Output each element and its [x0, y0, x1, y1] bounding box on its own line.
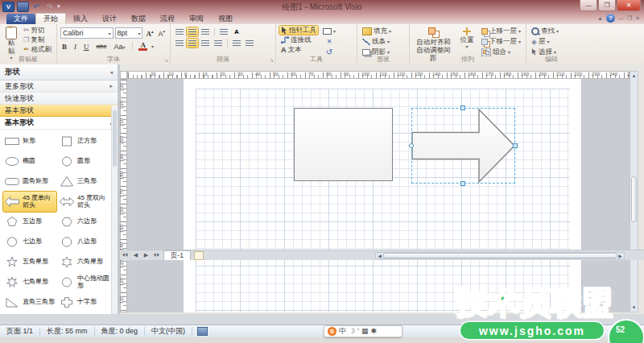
italic-button[interactable]: I	[72, 43, 78, 51]
stencil-item[interactable]: 正方形	[58, 131, 111, 151]
close-button[interactable]: ✕	[617, 0, 641, 11]
scroll-down-arrow-icon[interactable]: ▼	[630, 304, 638, 312]
stencil-scrollbar[interactable]	[111, 105, 118, 314]
connection-point-left[interactable]	[409, 143, 414, 148]
tab-开始[interactable]: 开始	[35, 13, 66, 24]
collapse-ribbon-icon[interactable]: ▲	[597, 15, 603, 21]
send-backward-button[interactable]: 下移一层▾	[480, 37, 522, 46]
next-page-button[interactable]: ▶	[141, 252, 151, 258]
justify-button[interactable]	[213, 39, 224, 48]
stencil-item[interactable]: 45 度双向箭头	[58, 192, 111, 212]
page-tab[interactable]: 页-1	[163, 250, 191, 260]
stencil-item[interactable]: 七角星形	[3, 272, 56, 292]
rectangle-shape[interactable]	[294, 108, 393, 181]
horizontal-scrollbar[interactable]: ◀ ▶	[375, 252, 625, 259]
prev-page-button[interactable]: ◀	[130, 252, 141, 258]
doc-close-button[interactable]: ✕	[635, 15, 640, 22]
increase-indent-button[interactable]	[244, 39, 255, 48]
stencil-item[interactable]: 椭圆	[3, 151, 56, 172]
change-case-button[interactable]: Aa▾	[112, 43, 126, 51]
stencil-scroll-thumb[interactable]	[113, 110, 117, 167]
stencil-item[interactable]: 圆角矩形	[3, 172, 56, 192]
vertical-scroll-thumb[interactable]	[631, 176, 637, 222]
stencil-item[interactable]: 阴影框	[3, 312, 56, 314]
help-icon[interactable]: ?	[606, 14, 615, 23]
format-painter-button[interactable]: ✒ 格式刷	[22, 45, 53, 54]
doc-minimize-button[interactable]: —	[618, 15, 624, 21]
align-top-button[interactable]	[174, 27, 185, 36]
rectangle-tool-button[interactable]: ▾	[321, 27, 337, 35]
input-mode-chinese-icon[interactable]: 中	[339, 328, 346, 335]
stencil-item[interactable]: 矩形	[3, 131, 56, 151]
tab-流程[interactable]: 流程	[153, 14, 182, 24]
align-center-button[interactable]	[187, 39, 198, 48]
align-right-button[interactable]	[200, 39, 211, 48]
tab-file[interactable]: 文件	[6, 14, 35, 24]
tab-插入[interactable]: 插入	[66, 14, 95, 24]
collapse-panel-icon[interactable]: ◂	[109, 69, 113, 76]
status-language[interactable]: 中文(中国)	[145, 327, 192, 336]
font-size-select[interactable]: 8pt ▾	[115, 27, 143, 39]
scroll-right-arrow-icon[interactable]: ▶	[617, 253, 624, 258]
text-tool-button[interactable]: A 文本	[279, 45, 318, 54]
stencil-item[interactable]: 45 度单向箭头	[3, 192, 56, 212]
paragraph-dialog-launcher-icon[interactable]: ↘	[269, 57, 274, 64]
connection-point-tool-button[interactable]: ✕	[325, 37, 334, 46]
tab-视图[interactable]: 视图	[211, 14, 240, 24]
last-page-button[interactable]: ⏵⏵	[151, 252, 162, 258]
strikethrough-button[interactable]: abc	[95, 43, 109, 50]
stencil-item[interactable]: 五边形	[3, 212, 56, 232]
font-color-button[interactable]: A	[138, 42, 147, 51]
decrease-indent-button[interactable]	[231, 39, 242, 48]
pointer-tool-button[interactable]: 指针工具	[279, 26, 318, 35]
copy-button[interactable]: ❐ 复制	[22, 35, 53, 44]
align-middle-button[interactable]	[187, 27, 198, 36]
horizontal-scroll-thumb[interactable]	[383, 253, 617, 258]
bullets-button[interactable]	[218, 27, 229, 36]
tab-数据[interactable]: 数据	[124, 14, 153, 24]
basic-shapes-stencil-tab[interactable]: 基本形状	[0, 105, 118, 117]
scroll-left-arrow-icon[interactable]: ◀	[376, 253, 383, 258]
stencil-item[interactable]: 七边形	[3, 232, 56, 252]
font-color-caret-icon[interactable]: ▾	[151, 43, 154, 49]
more-shapes-row[interactable]: 更多形状 ▸	[0, 81, 118, 93]
stencil-item[interactable]: 直角三角形	[3, 292, 56, 312]
align-left-button[interactable]	[174, 39, 185, 48]
restore-button[interactable]: ❐	[598, 0, 616, 11]
first-page-button[interactable]: ⏴⏴	[120, 252, 130, 258]
selection-handle-right[interactable]	[513, 143, 518, 148]
bring-forward-button[interactable]: 上移一层▾	[480, 27, 522, 35]
stencil-item[interactable]: 五角星形	[3, 252, 56, 272]
selection-handle-top[interactable]	[460, 105, 465, 110]
toolbox-icon[interactable]: ✱	[371, 328, 378, 335]
stencil-item[interactable]: 中心拖动圆形	[58, 272, 111, 292]
punctuation-icon[interactable]: ’	[357, 328, 359, 335]
stencil-item[interactable]: 三角形	[58, 172, 111, 192]
stencil-item[interactable]: 八边形	[58, 232, 111, 252]
layers-button[interactable]: ◈ 层▾	[530, 37, 573, 46]
stencil-item[interactable]: 六边形	[58, 212, 111, 232]
half-full-width-moon-icon[interactable]: ☽	[349, 328, 355, 335]
stencil-item[interactable]: 三维框	[58, 312, 111, 314]
status-angle[interactable]: 角度: 0 deg	[95, 327, 146, 336]
font-family-select[interactable]: Calibri ▾	[60, 27, 114, 39]
connector-tool-button[interactable]: 连接线	[279, 35, 318, 44]
grow-font-button[interactable]: A▴	[144, 29, 155, 38]
line-button[interactable]: 线条▾	[361, 37, 406, 46]
status-page[interactable]: 页面 1/1	[0, 327, 40, 336]
stencil-item[interactable]: 圆形	[58, 151, 111, 172]
tab-审阅[interactable]: 审阅	[182, 14, 211, 24]
underline-button[interactable]: U	[82, 43, 91, 51]
quick-shapes-row[interactable]: 快速形状	[0, 93, 118, 105]
insert-page-button[interactable]	[194, 251, 204, 260]
soft-keyboard-icon[interactable]: ▦	[361, 328, 369, 335]
align-bottom-button[interactable]	[200, 27, 211, 36]
macro-record-icon[interactable]	[197, 327, 208, 336]
find-button[interactable]: 查找▾	[530, 27, 573, 35]
tab-设计[interactable]: 设计	[95, 14, 124, 24]
cut-button[interactable]: ✂ 剪切	[22, 26, 53, 35]
status-length[interactable]: 长度: 55 mm	[40, 327, 95, 336]
stencil-item[interactable]: 十字形	[58, 292, 111, 312]
stencil-item[interactable]: 六角星形	[58, 252, 111, 272]
bold-button[interactable]: B	[60, 43, 68, 51]
